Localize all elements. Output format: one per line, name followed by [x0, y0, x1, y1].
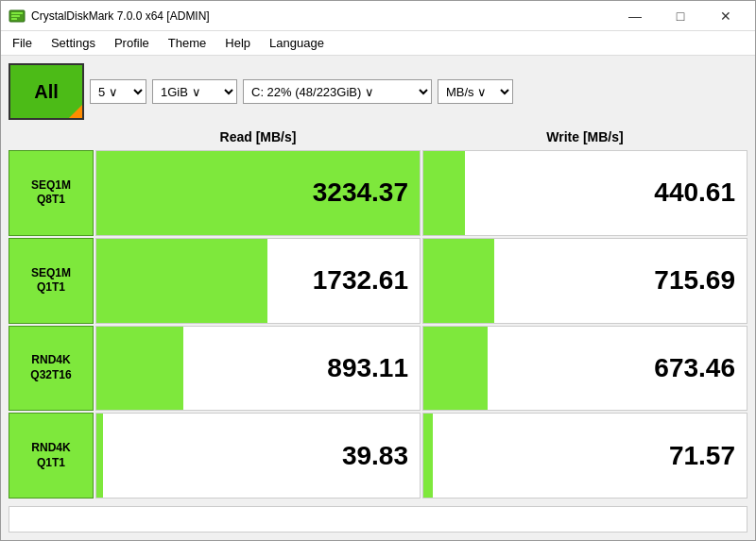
row-label-rnd4k-q1t1: RND4KQ1T1: [9, 413, 94, 499]
window-controls: — □ ✕: [613, 5, 747, 27]
write-value-seq1m-q8t1: 440.61: [654, 178, 735, 208]
write-bar-rnd4k-q1t1: [423, 414, 433, 498]
minimize-button[interactable]: —: [613, 5, 657, 27]
svg-rect-3: [11, 18, 17, 20]
controls-row: All 5 ∨ 1GiB ∨ C: 22% (48/223GiB) ∨ MB/s…: [9, 63, 747, 120]
write-value-seq1m-q1t1: 715.69: [654, 265, 735, 296]
row-label-rnd4k-q32t16: RND4KQ32T16: [9, 326, 94, 412]
write-bar-rnd4k-q32t16: [423, 327, 488, 411]
read-cell-seq1m-q1t1: 1732.61: [95, 238, 421, 324]
row-label-seq1m-q8t1: SEQ1MQ8T1: [9, 150, 94, 236]
write-header: Write [MB/s]: [422, 126, 747, 148]
menu-file[interactable]: File: [5, 34, 40, 52]
read-bar-rnd4k-q1t1: [96, 414, 103, 498]
menu-bar: File Settings Profile Theme Help Languag…: [1, 31, 755, 56]
menu-language[interactable]: Language: [262, 34, 332, 52]
read-cell-seq1m-q8t1: 3234.37: [95, 150, 421, 236]
title-bar: CrystalDiskMark 7.0.0 x64 [ADMIN] — □ ✕: [1, 1, 755, 31]
svg-rect-1: [11, 12, 23, 14]
all-button[interactable]: All: [9, 63, 84, 120]
table-row: RND4KQ32T16 893.11 673.46: [9, 326, 747, 412]
table-header: Read [MB/s] Write [MB/s]: [9, 126, 747, 148]
title-bar-left: CrystalDiskMark 7.0.0 x64 [ADMIN]: [9, 8, 210, 25]
write-value-rnd4k-q32t16: 673.46: [654, 353, 735, 383]
write-bar-seq1m-q1t1: [423, 239, 494, 323]
svg-rect-2: [11, 15, 20, 17]
write-bar-seq1m-q8t1: [423, 151, 465, 235]
read-value-seq1m-q1t1: 1732.61: [313, 265, 408, 296]
main-window: CrystalDiskMark 7.0.0 x64 [ADMIN] — □ ✕ …: [0, 0, 756, 541]
close-button[interactable]: ✕: [704, 5, 747, 27]
write-cell-seq1m-q1t1: 715.69: [422, 238, 747, 324]
read-cell-rnd4k-q1t1: 39.83: [95, 413, 421, 499]
header-spacer: [9, 126, 94, 148]
table-row: RND4KQ1T1 39.83 71.57: [9, 413, 747, 499]
write-value-rnd4k-q1t1: 71.57: [669, 441, 735, 471]
menu-theme[interactable]: Theme: [161, 34, 214, 52]
read-value-rnd4k-q1t1: 39.83: [342, 441, 408, 471]
maximize-button[interactable]: □: [659, 5, 702, 27]
main-content: All 5 ∨ 1GiB ∨ C: 22% (48/223GiB) ∨ MB/s…: [1, 56, 755, 540]
status-bar: [9, 506, 747, 533]
window-title: CrystalDiskMark 7.0.0 x64 [ADMIN]: [31, 9, 210, 23]
table-row: SEQ1MQ8T1 3234.37 440.61: [9, 150, 747, 236]
read-value-rnd4k-q32t16: 893.11: [327, 353, 408, 383]
drive-dropdown[interactable]: C: 22% (48/223GiB) ∨: [243, 79, 432, 104]
menu-help[interactable]: Help: [217, 34, 258, 52]
read-cell-rnd4k-q32t16: 893.11: [95, 326, 421, 412]
read-bar-seq1m-q1t1: [96, 239, 267, 323]
write-cell-rnd4k-q32t16: 673.46: [422, 326, 747, 412]
unit-dropdown[interactable]: MB/s ∨: [438, 79, 513, 104]
size-dropdown[interactable]: 1GiB ∨: [152, 79, 237, 104]
app-icon: [9, 8, 26, 25]
read-header: Read [MB/s]: [95, 126, 421, 148]
menu-profile[interactable]: Profile: [107, 34, 157, 52]
benchmark-table: Read [MB/s] Write [MB/s] SEQ1MQ8T1 3234.…: [9, 126, 747, 499]
read-bar-rnd4k-q32t16: [96, 327, 183, 411]
write-cell-seq1m-q8t1: 440.61: [422, 150, 747, 236]
write-cell-rnd4k-q1t1: 71.57: [422, 413, 747, 499]
read-value-seq1m-q8t1: 3234.37: [313, 178, 408, 208]
table-row: SEQ1MQ1T1 1732.61 715.69: [9, 238, 747, 324]
row-label-seq1m-q1t1: SEQ1MQ1T1: [9, 238, 94, 324]
count-dropdown[interactable]: 5 ∨: [90, 79, 146, 104]
menu-settings[interactable]: Settings: [43, 34, 103, 52]
